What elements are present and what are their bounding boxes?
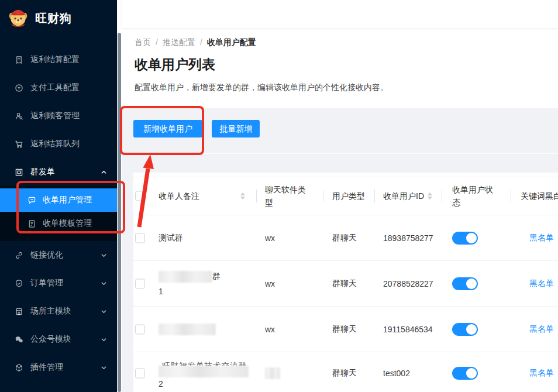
cell-user-id: 18938758277 [383,233,433,243]
cell-remark-masked: 旺财裙发单技术交流群 2 [159,359,249,390]
sidebar-item-receiver-user-mgmt[interactable]: 收单用户管理 [0,188,117,212]
sidebar-item-label: 返利结算配置 [30,54,80,65]
sidebar-item-label: 场所主模块 [30,306,71,317]
privacy-blur-mask [159,271,212,283]
receiver-user-table-card: 收单人备注 聊天软件类型 用户类型 收单用户ID 收单用户状态 关键词黑白 测试… [133,173,558,392]
sidebar-item-rebate-customer-mgmt[interactable]: 返利顾客管理 [0,102,117,130]
table-header-row: 收单人备注 聊天软件类型 用户类型 收单用户ID 收单用户状态 关键词黑白 [133,173,558,215]
sidebar-scrollbar-thumb[interactable] [118,33,121,392]
sidebar-item-link-optimize[interactable]: 链接优化 [0,241,117,269]
column-divider [442,190,442,202]
sidebar-item-label: 群发单 [30,167,55,177]
privacy-blur-mask [159,324,216,335]
blacklist-link[interactable]: 黑名单 [529,368,554,379]
sidebar-item-label: 返利顾客管理 [30,111,80,121]
sidebar-item-rebate-settle-queue[interactable]: 返利结算队列 [0,130,117,158]
chat-bubble-icon [27,195,36,205]
breadcrumb-separator: / [156,37,158,48]
status-toggle[interactable] [452,232,478,245]
privacy-blur-mask [265,367,280,379]
column-divider [511,190,511,202]
cart-icon [14,139,23,149]
table-row: 测试群 wx 群聊天 18938758277 黑名单 [133,215,558,261]
col-header-blacklist: 关键词黑白 [521,190,558,202]
cell-chat-type: wx [265,279,275,288]
breadcrumb: 首页 / 推送配置 / 收单用户配置 [135,37,558,48]
page-title: 收单用户列表 [135,56,558,74]
chevron-down-icon [101,252,107,259]
row-checkbox[interactable] [135,324,145,334]
chevron-down-icon [101,365,107,371]
select-all-checkbox[interactable] [135,191,145,201]
order-icon [14,278,23,288]
wechat-icon [14,335,23,344]
sidebar-item-label: 返利结算队列 [30,139,80,149]
row-checkbox[interactable] [135,278,145,288]
status-toggle[interactable] [452,277,478,290]
cell-remark-masked: 群 1 [159,269,221,299]
add-receiver-user-button[interactable]: 新增收单用户 [133,120,202,137]
col-header-user-type: 用户类型 [332,190,365,202]
toolbar-divider [133,153,558,154]
column-divider [256,190,257,202]
status-toggle[interactable] [452,367,478,380]
blacklist-link[interactable]: 黑名单 [529,278,554,289]
customer-icon [14,111,23,121]
link-icon [14,250,23,260]
sidebar-item-plugin-mgmt[interactable]: 插件管理 [0,353,117,381]
chevron-down-icon [101,336,107,343]
template-icon [27,219,36,228]
sidebar-item-group-send[interactable]: 群发单 [0,158,117,186]
remark-line2: 1 [159,284,221,299]
cell-user-id: 19115846534 [383,325,433,334]
app-root: 旺财狗 返利结算配置 支付工具配置 返利顾客管理 [0,0,558,392]
plugin-icon [14,363,23,372]
sidebar-scrollbar-track [117,0,122,392]
top-bar [122,0,558,28]
sidebar-item-label: 收单模板管理 [43,218,92,229]
sidebar-item-venue-module[interactable]: 场所主模块 [0,297,117,325]
sidebar-item-payment-tool-config[interactable]: 支付工具配置 [0,74,117,102]
cell-remark-masked [159,324,216,335]
col-header-chat-type: 聊天软件类型 [265,183,311,209]
remark-visible-suffix: 群 [212,271,221,281]
cell-remark: 测试群 [159,233,183,243]
breadcrumb-separator: / [200,37,202,48]
col-header-remark: 收单人备注 [159,190,199,202]
sidebar-item-label: 收单用户管理 [43,195,92,205]
col-header-status: 收单用户状态 [452,183,499,209]
table-row: 群 1 wx 群聊天 20788528227 黑名单 [133,261,558,307]
breadcrumb-home[interactable]: 首页 [135,37,151,48]
blacklist-link[interactable]: 黑名单 [529,233,554,243]
sidebar-item-official-account-module[interactable]: 公众号模块 [0,325,117,353]
brand-title: 旺财狗 [35,11,72,26]
group-send-submenu: 收单用户管理 收单模板管理 [0,186,117,241]
sidebar-item-receiver-template-mgmt[interactable]: 收单模板管理 [0,212,117,235]
cell-user-type: 群聊天 [332,368,357,379]
receipt-icon [14,55,23,64]
page-header: 首页 / 推送配置 / 收单用户配置 收单用户列表 配置收单用户，新增要发单的群… [122,28,558,108]
blacklist-link[interactable]: 黑名单 [529,324,554,335]
row-checkbox[interactable] [135,369,145,379]
chevron-down-icon [101,308,107,315]
sidebar-item-label: 插件管理 [30,362,63,373]
cell-chat-type: wx [265,233,275,243]
breadcrumb-push-config[interactable]: 推送配置 [163,37,195,48]
col-header-user-id: 收单用户ID [383,190,424,202]
sidebar-item-label: 订单管理 [30,278,63,288]
cell-user-type: 群聊天 [332,278,357,289]
payment-icon [14,83,23,92]
cell-user-type: 群聊天 [332,324,357,335]
column-divider [323,190,323,202]
sort-icon-remark[interactable] [240,192,245,200]
cell-user-type: 群聊天 [332,233,357,243]
status-toggle[interactable] [452,323,478,336]
sidebar-item-label: 支付工具配置 [30,82,80,93]
batch-add-button[interactable]: 批量新增 [212,120,260,137]
sidebar-item-order-mgmt[interactable]: 订单管理 [0,269,117,297]
row-checkbox[interactable] [135,233,145,243]
cell-user-id: 20788528227 [383,279,433,288]
sidebar-item-rebate-settle-config[interactable]: 返利结算配置 [0,46,117,74]
privacy-blur-mask [159,366,249,377]
sort-icon-user-id[interactable] [428,192,432,200]
